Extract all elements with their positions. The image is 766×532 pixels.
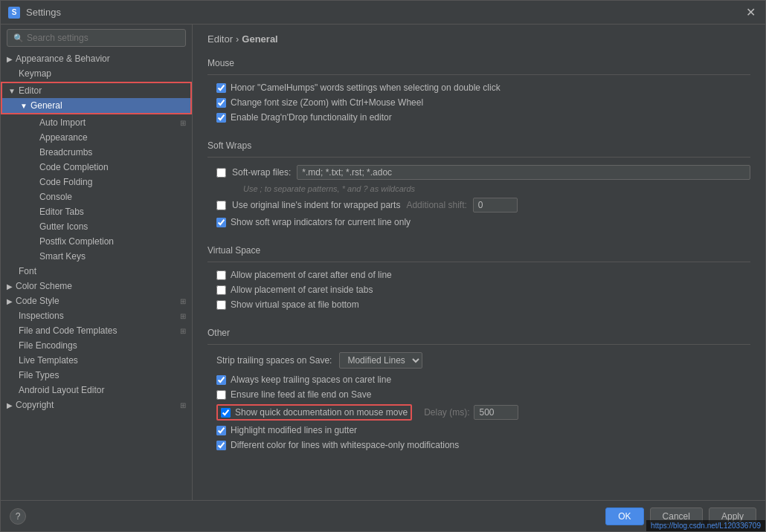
sidebar-item-label: Live Templates [19,355,78,366]
config-icon: ⊞ [180,401,186,409]
original-indent-label: Use original line's indent for wrapped p… [232,200,400,210]
line-feed-label[interactable]: Ensure line feed at file end on Save [231,389,371,400]
config-icon: ⊞ [180,297,186,305]
original-indent-checkbox[interactable] [216,201,226,210]
sidebar-item-android-layout-editor[interactable]: Android Layout Editor [1,383,192,398]
sidebar-item-inspections[interactable]: Inspections ⊞ [1,308,192,323]
keep-trailing-checkbox[interactable] [216,375,226,385]
quick-doc-row: Show quick documentation on mouse move D… [207,404,750,421]
sidebar-item-code-style[interactable]: ▶ Code Style ⊞ [1,293,192,308]
dialog-title: Settings [26,7,743,18]
soft-wrap-pattern-input[interactable] [297,165,750,180]
quick-doc-highlight: Show quick documentation on mouse move [216,404,412,421]
sidebar-item-file-encodings[interactable]: File Encodings [1,338,192,353]
sidebar-item-label: Breadcrumbs [39,147,92,158]
highlight-modified-checkbox[interactable] [216,426,226,435]
sidebar-item-file-types[interactable]: File Types [1,368,192,383]
sidebar-item-live-templates[interactable]: Live Templates [1,353,192,368]
ok-button[interactable]: OK [605,507,643,525]
title-bar: S Settings ✕ [1,1,765,25]
sidebar-item-label: Color Scheme [16,281,72,291]
breadcrumb-separator: › [236,33,239,45]
sidebar-item-console[interactable]: Console [1,189,192,204]
sidebar-item-label: Appearance [39,132,88,143]
help-button[interactable]: ? [10,508,26,525]
line-feed-checkbox[interactable] [216,390,226,400]
url-bar: https://blog.csdn.net/L120336709 [646,520,765,531]
diff-whitespace-label[interactable]: Different color for lines with whitespac… [231,440,459,450]
sidebar-item-color-scheme[interactable]: ▶ Color Scheme [1,279,192,293]
app-icon: S [8,7,20,19]
sidebar-item-font[interactable]: Font [1,264,192,279]
quick-doc-checkbox[interactable] [221,408,231,418]
sidebar-item-auto-import[interactable]: Auto Import ⊞ [1,115,192,130]
show-indicators-label[interactable]: Show soft wrap indicators for current li… [231,217,411,227]
caret-after-end-label[interactable]: Allow placement of caret after end of li… [231,270,392,280]
sidebar-item-file-code-templates[interactable]: File and Code Templates ⊞ [1,323,192,338]
keep-trailing-label[interactable]: Always keep trailing spaces on caret lin… [231,374,391,385]
sidebar-item-editor[interactable]: ▼ Editor [2,83,190,98]
sidebar-item-label: General [30,100,62,111]
sidebar-item-keymap[interactable]: Keymap [1,66,192,81]
highlight-modified-label[interactable]: Highlight modified lines in gutter [231,425,357,435]
quick-doc-label[interactable]: Show quick documentation on mouse move [235,407,408,418]
search-icon: 🔍 [13,33,24,43]
sidebar-item-general[interactable]: ▼ General [2,98,190,113]
dragndrop-label[interactable]: Enable Drag'n'Drop functionality in edit… [231,112,392,123]
sidebar-item-breadcrumbs[interactable]: Breadcrumbs [1,145,192,160]
sidebar-item-appearance[interactable]: Appearance [1,130,192,145]
sidebar-item-label: File and Code Templates [19,325,118,336]
caret-inside-tabs-checkbox[interactable] [216,285,226,295]
bottom-bar: ? OK Cancel Apply https://blog.csdn.net/… [1,500,765,531]
sidebar-item-label: Console [39,192,72,202]
original-indent-row: Use original line's indent for wrapped p… [207,198,750,213]
sidebar-item-label: File Encodings [19,340,77,351]
sidebar-item-label: Gutter Icons [39,221,88,232]
diff-whitespace-checkbox[interactable] [216,441,226,450]
highlight-modified-row: Highlight modified lines in gutter [207,425,750,435]
soft-wraps-section: Soft Wraps Soft-wrap files: Use ; to sep… [207,137,750,232]
mouse-section: Mouse Honor "CamelHumps" words settings … [207,55,750,127]
shift-input[interactable] [473,198,518,213]
dragndrop-checkbox[interactable] [216,113,226,123]
mouse-section-label: Mouse [207,58,750,68]
show-indicators-checkbox[interactable] [216,218,226,227]
sidebar-item-code-completion[interactable]: Code Completion [1,160,192,175]
expand-arrow: ▼ [20,102,28,110]
virtual-space-section: Virtual Space Allow placement of caret a… [207,242,750,314]
soft-wrap-files-checkbox[interactable] [216,168,226,178]
sidebar-item-appearance-behavior[interactable]: ▶ Appearance & Behavior [1,51,192,66]
sidebar-item-smart-keys[interactable]: Smart Keys [1,249,192,264]
main-content: 🔍 ▶ Appearance & Behavior Keymap ▼ Edito… [1,25,765,500]
sidebar-item-editor-tabs[interactable]: Editor Tabs [1,204,192,219]
search-input[interactable] [27,33,179,43]
breadcrumb: Editor › General [207,33,750,45]
sidebar-item-label: Smart Keys [39,251,86,262]
search-box[interactable]: 🔍 [7,29,186,47]
close-button[interactable]: ✕ [743,5,758,20]
sidebar-item-copyright[interactable]: ▶ Copyright ⊞ [1,398,192,412]
camel-humps-label[interactable]: Honor "CamelHumps" words settings when s… [231,82,501,93]
sidebar: 🔍 ▶ Appearance & Behavior Keymap ▼ Edito… [1,25,193,500]
zoom-ctrl-checkbox[interactable] [216,98,226,108]
sidebar-item-label: Android Layout Editor [19,385,104,395]
soft-wrap-hint: Use ; to separate patterns, * and ? as w… [207,184,750,193]
strip-trailing-dropdown[interactable]: None All Modified Lines [339,352,422,369]
sidebar-item-label: Code Style [16,296,59,306]
config-icon: ⊞ [180,327,186,335]
sidebar-item-code-folding[interactable]: Code Folding [1,175,192,189]
virtual-space-bottom-checkbox[interactable] [216,300,226,310]
camel-humps-checkbox[interactable] [216,83,226,93]
virtual-space-bottom-label[interactable]: Show virtual space at file bottom [231,299,359,310]
caret-inside-tabs-label[interactable]: Allow placement of caret inside tabs [231,285,373,295]
caret-after-end-checkbox[interactable] [216,270,226,280]
expand-arrow: ▶ [7,282,13,291]
dragndrop-row: Enable Drag'n'Drop functionality in edit… [207,112,750,123]
delay-input[interactable] [474,405,518,420]
caret-inside-tabs-row: Allow placement of caret inside tabs [207,285,750,295]
sidebar-item-label: Auto Import [39,117,86,128]
zoom-ctrl-label[interactable]: Change font size (Zoom) with Ctrl+Mouse … [231,97,423,108]
sidebar-item-postfix-completion[interactable]: Postfix Completion [1,234,192,249]
sidebar-item-gutter-icons[interactable]: Gutter Icons [1,219,192,234]
show-indicators-row: Show soft wrap indicators for current li… [207,217,750,227]
